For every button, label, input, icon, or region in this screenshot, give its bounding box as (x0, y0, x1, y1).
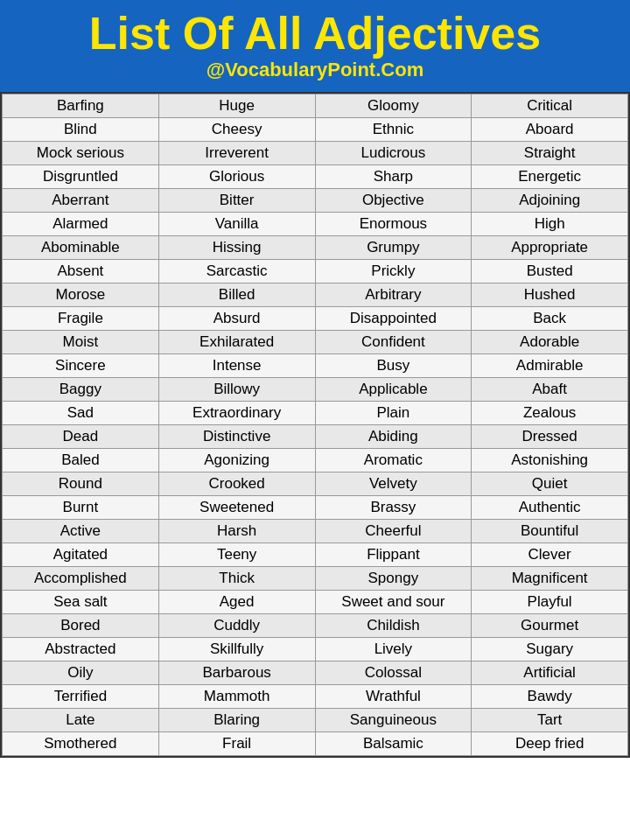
list-item: Busted (472, 260, 628, 284)
list-item: High (472, 213, 628, 236)
list-item: Distinctive (158, 425, 315, 449)
table-row: AberrantBitterObjectiveAdjoining (3, 189, 628, 213)
list-item: Agitated (3, 543, 159, 567)
table-row: FragileAbsurdDisappointedBack (3, 307, 628, 331)
list-item: Confident (315, 331, 472, 354)
list-item: Blind (3, 118, 159, 142)
list-item: Authentic (472, 496, 628, 520)
list-item: Morose (3, 284, 159, 307)
list-item: Hushed (472, 284, 628, 307)
list-item: Exhilarated (158, 331, 315, 354)
page-header: List Of All Adjectives @VocabularyPoint.… (0, 0, 630, 92)
list-item: Sea salt (3, 591, 159, 614)
list-item: Absent (3, 260, 159, 284)
list-item: Velvety (315, 472, 472, 496)
list-item: Appropriate (472, 236, 628, 260)
table-row: OilyBarbarousColossalArtificial (3, 662, 628, 685)
list-item: Sweet and sour (315, 591, 472, 614)
table-row: SadExtraordinaryPlainZealous (3, 402, 628, 425)
list-item: Bawdy (472, 685, 628, 709)
table-row: BoredCuddlyChildishGourmet (3, 614, 628, 638)
table-row: DisgruntledGloriousSharpEnergetic (3, 165, 628, 189)
list-item: Billed (158, 284, 315, 307)
list-item: Objective (315, 189, 472, 213)
list-item: Tart (472, 709, 628, 732)
list-item: Aboard (472, 118, 628, 142)
list-item: Critical (472, 94, 628, 118)
list-item: Fragile (3, 307, 159, 331)
list-item: Quiet (472, 472, 628, 496)
page-title: List Of All Adjectives (14, 9, 616, 59)
page-subtitle: @VocabularyPoint.Com (14, 59, 616, 81)
list-item: Extraordinary (158, 402, 315, 425)
list-item: Smothered (3, 732, 159, 756)
table-row: BarfingHugeGloomyCritical (3, 94, 628, 118)
list-item: Irreverent (158, 142, 315, 165)
list-item: Alarmed (3, 213, 159, 236)
list-item: Glorious (158, 165, 315, 189)
list-item: Cheesy (158, 118, 315, 142)
list-item: Mock serious (3, 142, 159, 165)
table-row: Mock seriousIrreverentLudicrousStraight (3, 142, 628, 165)
list-item: Abiding (315, 425, 472, 449)
list-item: Plain (315, 402, 472, 425)
list-item: Sarcastic (158, 260, 315, 284)
list-item: Colossal (315, 662, 472, 685)
word-list-container: BarfingHugeGloomyCriticalBlindCheesyEthn… (0, 92, 630, 758)
list-item: Gourmet (472, 614, 628, 638)
list-item: Disgruntled (3, 165, 159, 189)
list-item: Crooked (158, 472, 315, 496)
table-row: TerrifiedMammothWrathfulBawdy (3, 685, 628, 709)
table-row: SmotheredFrailBalsamicDeep fried (3, 732, 628, 756)
table-row: MoistExhilaratedConfidentAdorable (3, 331, 628, 354)
list-item: Intense (158, 354, 315, 378)
list-item: Flippant (315, 543, 472, 567)
list-item: Childish (315, 614, 472, 638)
list-item: Accomplished (3, 567, 159, 591)
list-item: Arbitrary (315, 284, 472, 307)
list-item: Abstracted (3, 638, 159, 662)
list-item: Thick (158, 567, 315, 591)
list-item: Spongy (315, 567, 472, 591)
list-item: Cuddly (158, 614, 315, 638)
list-item: Adjoining (472, 189, 628, 213)
table-row: AbsentSarcasticPricklyBusted (3, 260, 628, 284)
table-row: BaggyBillowyApplicableAbaft (3, 378, 628, 402)
list-item: Enormous (315, 213, 472, 236)
list-item: Aromatic (315, 449, 472, 472)
list-item: Sugary (472, 638, 628, 662)
list-item: Prickly (315, 260, 472, 284)
list-item: Disappointed (315, 307, 472, 331)
list-item: Skillfully (158, 638, 315, 662)
list-item: Zealous (472, 402, 628, 425)
list-item: Vanilla (158, 213, 315, 236)
list-item: Admirable (472, 354, 628, 378)
list-item: Moist (3, 331, 159, 354)
list-item: Cheerful (315, 520, 472, 543)
list-item: Adorable (472, 331, 628, 354)
table-row: AbstractedSkillfullyLivelySugary (3, 638, 628, 662)
table-row: Sea saltAgedSweet and sourPlayful (3, 591, 628, 614)
list-item: Active (3, 520, 159, 543)
list-item: Grumpy (315, 236, 472, 260)
table-row: BurntSweetenedBrassyAuthentic (3, 496, 628, 520)
list-item: Busy (315, 354, 472, 378)
table-row: BlindCheesyEthnicAboard (3, 118, 628, 142)
list-item: Artificial (472, 662, 628, 685)
list-item: Ludicrous (315, 142, 472, 165)
list-item: Wrathful (315, 685, 472, 709)
table-row: AbominableHissingGrumpyAppropriate (3, 236, 628, 260)
list-item: Agonizing (158, 449, 315, 472)
list-item: Bored (3, 614, 159, 638)
list-item: Applicable (315, 378, 472, 402)
list-item: Harsh (158, 520, 315, 543)
list-item: Dead (3, 425, 159, 449)
list-item: Oily (3, 662, 159, 685)
list-item: Barfing (3, 94, 159, 118)
list-item: Barbarous (158, 662, 315, 685)
list-item: Sharp (315, 165, 472, 189)
list-item: Dressed (472, 425, 628, 449)
list-item: Abaft (472, 378, 628, 402)
table-row: ActiveHarshCheerfulBountiful (3, 520, 628, 543)
list-item: Sanguineous (315, 709, 472, 732)
